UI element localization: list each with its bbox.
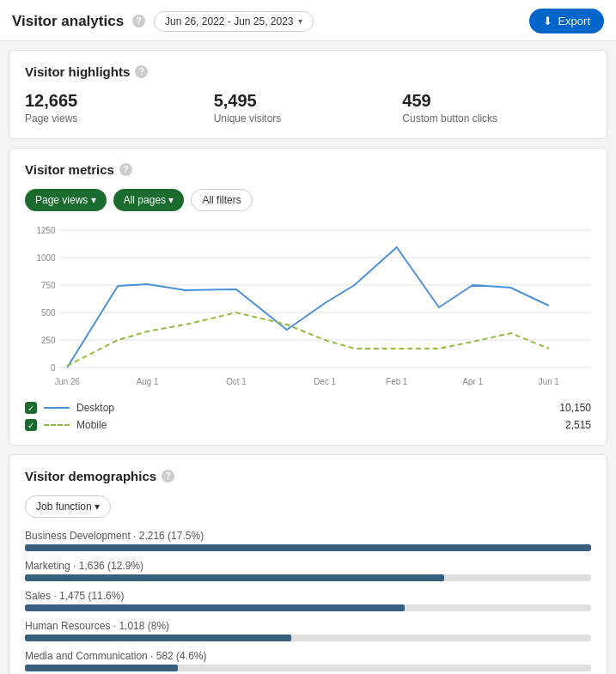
svg-text:Feb 1: Feb 1 xyxy=(386,377,408,386)
desktop-label: Desktop xyxy=(76,402,552,414)
demographics-title: Visitor demographics ? xyxy=(25,469,591,483)
bar-track-1 xyxy=(25,574,591,581)
bar-fill-2 xyxy=(25,604,405,611)
metrics-filters: Page views ▾ All pages ▾ All filters xyxy=(25,189,591,211)
content-area: Visitor highlights ? 12,665 Page views 5… xyxy=(0,41,616,674)
date-range-button[interactable]: Jun 26, 2022 - Jun 25, 2023 ▾ xyxy=(154,11,313,32)
highlight-unique-visitors-label: Unique visitors xyxy=(214,112,403,124)
date-range-text: Jun 26, 2022 - Jun 25, 2023 xyxy=(165,15,293,27)
top-bar-left: Visitor analytics ? Jun 26, 2022 - Jun 2… xyxy=(12,11,314,32)
svg-text:500: 500 xyxy=(41,308,56,318)
bar-stat-2: · 1,475 (11.6%) xyxy=(53,590,124,602)
desktop-line-icon xyxy=(44,407,70,409)
desktop-checkbox[interactable]: ✓ xyxy=(25,402,37,414)
highlights-info-icon[interactable]: ? xyxy=(135,65,148,78)
svg-text:1000: 1000 xyxy=(37,253,56,263)
metrics-chart: 1250 1000 750 500 250 0 Jun 26 Aug 1 Oct… xyxy=(25,222,591,393)
bar-track-2 xyxy=(25,604,591,611)
export-button[interactable]: ⬇ Export xyxy=(529,9,604,33)
bar-stat-1: · 1,636 (12.9%) xyxy=(73,560,143,572)
mobile-line-icon xyxy=(44,424,70,426)
svg-text:0: 0 xyxy=(51,363,56,373)
job-function-filter-button[interactable]: Job function ▾ xyxy=(25,495,111,518)
chart-svg: 1250 1000 750 500 250 0 Jun 26 Aug 1 Oct… xyxy=(25,222,591,393)
bar-label-1: Marketing · 1,636 (12.9%) xyxy=(25,560,591,572)
bar-fill-0 xyxy=(25,544,591,551)
svg-text:1250: 1250 xyxy=(37,226,56,235)
bar-label-2: Sales · 1,475 (11.6%) xyxy=(25,590,591,602)
bar-item-0: Business Development · 2,216 (17.5%) xyxy=(25,530,591,551)
export-label: Export xyxy=(558,15,590,27)
mobile-label: Mobile xyxy=(76,419,558,431)
highlight-custom-clicks-value: 459 xyxy=(402,91,591,111)
mobile-checkbox[interactable]: ✓ xyxy=(25,419,37,431)
bar-track-3 xyxy=(25,635,591,641)
highlight-page-views-label: Page views xyxy=(25,112,214,124)
legend-desktop: ✓ Desktop 10,150 xyxy=(25,402,591,414)
demographics-filter-row: Job function ▾ xyxy=(25,495,591,518)
top-bar: Visitor analytics ? Jun 26, 2022 - Jun 2… xyxy=(0,0,616,41)
date-range-chevron-icon: ▾ xyxy=(298,16,302,26)
download-icon: ⬇ xyxy=(543,15,552,27)
bar-stat-4: · 582 (4.6%) xyxy=(150,650,206,662)
bar-label-0: Business Development · 2,216 (17.5%) xyxy=(25,530,591,542)
page-views-filter-button[interactable]: Page views ▾ xyxy=(25,189,107,211)
chart-legend: ✓ Desktop 10,150 ✓ Mobile 2,515 xyxy=(25,402,591,431)
demographics-bars: Business Development · 2,216 (17.5%) Mar… xyxy=(25,530,591,671)
svg-text:Jun 26: Jun 26 xyxy=(54,377,80,386)
analytics-info-icon[interactable]: ? xyxy=(132,15,145,27)
metrics-info-icon[interactable]: ? xyxy=(119,163,132,176)
highlights-title: Visitor highlights ? xyxy=(25,64,591,79)
highlight-page-views: 12,665 Page views xyxy=(25,91,214,124)
highlights-row: 12,665 Page views 5,495 Unique visitors … xyxy=(25,91,591,124)
bar-fill-1 xyxy=(25,574,444,581)
bar-track-0 xyxy=(25,544,591,551)
bar-stat-3: · 1,018 (8%) xyxy=(113,620,169,632)
bar-track-4 xyxy=(25,665,591,671)
highlight-page-views-value: 12,665 xyxy=(25,91,214,111)
bar-label-3: Human Resources · 1,018 (8%) xyxy=(25,620,591,632)
highlight-unique-visitors: 5,495 Unique visitors xyxy=(214,91,403,124)
bar-item-3: Human Resources · 1,018 (8%) xyxy=(25,620,591,641)
svg-text:Oct 1: Oct 1 xyxy=(226,377,247,386)
demographics-info-icon[interactable]: ? xyxy=(162,470,174,483)
metrics-title: Visitor metrics ? xyxy=(25,162,591,177)
bar-stat-0: · 2,216 (17.5%) xyxy=(133,530,204,542)
bar-item-2: Sales · 1,475 (11.6%) xyxy=(25,590,591,611)
svg-text:Jun 1: Jun 1 xyxy=(539,377,560,386)
svg-text:Dec 1: Dec 1 xyxy=(314,377,336,386)
all-filters-button[interactable]: All filters xyxy=(191,189,252,211)
svg-text:750: 750 xyxy=(41,281,56,290)
bar-fill-3 xyxy=(25,635,291,641)
desktop-value: 10,150 xyxy=(559,402,591,414)
metrics-card: Visitor metrics ? Page views ▾ All pages… xyxy=(9,148,607,446)
bar-fill-4 xyxy=(25,665,178,671)
bar-item-4: Media and Communication · 582 (4.6%) xyxy=(25,650,591,671)
highlights-card: Visitor highlights ? 12,665 Page views 5… xyxy=(9,50,607,139)
svg-text:250: 250 xyxy=(41,336,56,345)
all-pages-filter-button[interactable]: All pages ▾ xyxy=(113,189,185,211)
legend-mobile: ✓ Mobile 2,515 xyxy=(25,419,591,431)
mobile-value: 2,515 xyxy=(565,419,591,431)
bar-label-4: Media and Communication · 582 (4.6%) xyxy=(25,650,591,662)
svg-text:Aug 1: Aug 1 xyxy=(137,377,159,386)
highlight-custom-clicks-label: Custom button clicks xyxy=(402,112,591,124)
page-title: Visitor analytics xyxy=(12,13,124,30)
svg-text:Apr 1: Apr 1 xyxy=(463,377,484,386)
bar-item-1: Marketing · 1,636 (12.9%) xyxy=(25,560,591,581)
highlight-custom-clicks: 459 Custom button clicks xyxy=(402,91,591,124)
highlight-unique-visitors-value: 5,495 xyxy=(214,91,403,111)
demographics-card: Visitor demographics ? Job function ▾ Bu… xyxy=(9,454,607,674)
